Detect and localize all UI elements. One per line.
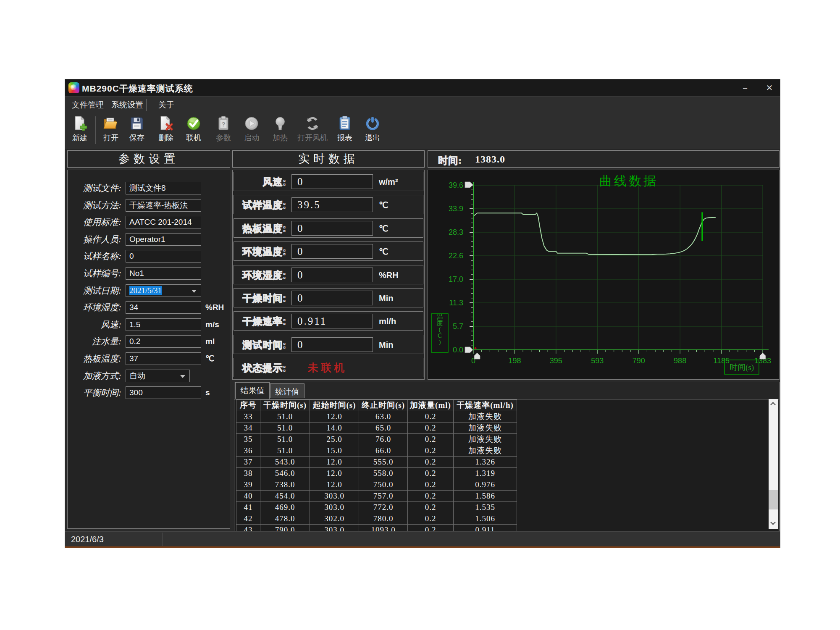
table-row[interactable]: 3351.012.063.00.2加液失败	[236, 411, 517, 423]
table-cell: 0.2	[408, 411, 454, 423]
toolbar-button-fan: 打开风机	[292, 115, 333, 148]
param-field-2[interactable]: 干燥速率-热板法	[126, 199, 201, 212]
param-row: 热板温度:37℃	[68, 352, 230, 365]
param-row: 注水量:0.2ml	[68, 335, 230, 348]
time-bar: 时间: 1383.0	[428, 150, 780, 168]
menu-bar: 文件管理系统设置关于	[65, 96, 780, 113]
toolbar-button-save[interactable]: 保存	[123, 115, 151, 148]
column-header[interactable]: 加液量(ml)	[408, 400, 454, 411]
realtime-unit: ℃	[379, 245, 388, 258]
param-field-1[interactable]: 测试文件8	[126, 182, 201, 194]
table-cell: 780.0	[359, 513, 408, 525]
param-field-3[interactable]: AATCC 201-2014	[126, 216, 201, 228]
svg-text:22.6: 22.6	[449, 252, 463, 260]
realtime-row: 试样温度:39.5℃	[234, 195, 423, 214]
realtime-row: 环境温度:0℃	[234, 242, 423, 261]
scroll-up-button[interactable]	[769, 399, 778, 409]
table-row[interactable]: 3651.015.066.00.2加液失败	[236, 445, 517, 457]
toolbar-label: 新建	[66, 133, 94, 143]
param-field-6[interactable]: No1	[126, 267, 201, 280]
toolbar-button-parameters: 参数	[209, 115, 238, 148]
param-field-10[interactable]: 0.2	[126, 335, 201, 348]
param-label: 风速:	[101, 318, 121, 331]
realtime-label: 环境温度:	[242, 245, 286, 258]
table-row[interactable]: 3551.025.076.00.2加液失败	[236, 434, 517, 445]
param-field-13[interactable]: 300	[126, 386, 201, 399]
table-cell: 1.326	[454, 457, 517, 468]
menu-item-2[interactable]: 系统设置	[111, 97, 143, 113]
toolbar-button-connect[interactable]: 联机	[179, 115, 208, 148]
open-folder-icon	[103, 116, 119, 131]
status-row: 状态提示:未联机	[234, 358, 423, 377]
param-field-11[interactable]: 37	[126, 352, 201, 365]
realtime-value-4: 0	[291, 244, 373, 259]
results-panel: 结果值统计值 序号干燥时间(s)起始时间(s)终止时间(s)加液量(ml)干燥速…	[234, 382, 780, 533]
vertical-scrollbar[interactable]	[769, 399, 778, 529]
table-row[interactable]: 43790.0303.01093.00.20.911	[236, 525, 517, 532]
column-header[interactable]: 干燥时间(s)	[260, 400, 310, 411]
app-icon	[68, 82, 79, 93]
realtime-unit: %RH	[379, 268, 399, 282]
svg-text:395: 395	[550, 357, 562, 365]
toolbar-button-report[interactable]: 报表	[331, 115, 359, 148]
table-row[interactable]: 3451.014.065.00.2加液失败	[236, 423, 517, 434]
table-cell: 51.0	[260, 411, 310, 423]
window-bottom-edge	[65, 546, 780, 548]
param-field-9[interactable]: 1.5	[126, 318, 201, 331]
toolbar-label: 启动	[237, 133, 266, 143]
menu-item-1[interactable]: 文件管理	[72, 97, 104, 113]
scroll-down-button[interactable]	[769, 519, 778, 529]
param-field-12[interactable]: 自动	[126, 370, 190, 382]
scrollbar-thumb[interactable]	[769, 490, 778, 509]
toolbar: 新建打开保存删除联机参数启动加热打开风机报表退出	[65, 113, 780, 150]
table-cell: 558.0	[359, 468, 408, 479]
toolbar-button-exit[interactable]: 退出	[358, 115, 387, 148]
menu-item-3[interactable]: 关于	[158, 97, 174, 113]
realtime-label: 风速:	[262, 175, 286, 189]
param-field-5[interactable]: 0	[126, 250, 201, 262]
table-row[interactable]: 40454.0303.0757.00.21.586	[236, 491, 517, 502]
table-cell: 51.0	[260, 445, 310, 457]
svg-text:790: 790	[633, 357, 645, 365]
minimize-button[interactable]: –	[736, 81, 754, 94]
toolbar-button-open-folder[interactable]: 打开	[97, 115, 125, 148]
results-table-head: 序号干燥时间(s)起始时间(s)终止时间(s)加液量(ml)干燥速率(ml/h)	[236, 400, 517, 411]
table-cell: 34	[236, 423, 260, 434]
param-field-8[interactable]: 34	[126, 301, 201, 314]
table-row[interactable]: 38546.012.0558.00.21.319	[236, 468, 517, 479]
dropdown-arrow-icon[interactable]	[192, 290, 197, 293]
app-window: MB290C干燥速率测试系统 – ✕ 文件管理系统设置关于 新建打开保存删除联机…	[65, 79, 780, 548]
toolbar-button-new-file[interactable]: 新建	[66, 115, 94, 148]
table-cell: 51.0	[260, 434, 310, 445]
param-field-7[interactable]: 2021/5/31	[126, 284, 201, 297]
table-row[interactable]: 39738.012.0750.00.20.976	[236, 479, 517, 491]
param-row: 操作人员:Operator1	[68, 233, 230, 246]
param-label: 试样编号:	[83, 267, 121, 280]
column-header[interactable]: 干燥速率(ml/h)	[454, 400, 517, 411]
table-cell: 76.0	[359, 434, 408, 445]
close-button[interactable]: ✕	[761, 81, 778, 94]
toolbar-label: 联机	[179, 133, 208, 143]
column-header[interactable]: 终止时间(s)	[359, 400, 408, 411]
realtime-value-7: 0.911	[291, 314, 373, 328]
table-cell: 302.0	[310, 513, 359, 525]
svg-text:593: 593	[591, 357, 604, 365]
tab-2[interactable]: 统计值	[270, 383, 304, 398]
param-label: 环境湿度:	[83, 301, 121, 314]
dropdown-arrow-icon[interactable]	[180, 375, 185, 378]
svg-text:11.3: 11.3	[449, 299, 463, 307]
svg-text:28.3: 28.3	[449, 228, 463, 236]
toolbar-button-delete[interactable]: 删除	[152, 115, 180, 148]
table-row[interactable]: 37543.012.0555.00.21.326	[236, 457, 517, 468]
realtime-label: 干燥时间:	[242, 291, 286, 305]
column-header[interactable]: 序号	[236, 400, 260, 411]
status-label: 状态提示:	[242, 361, 286, 375]
table-cell: 35	[236, 434, 260, 445]
tab-1[interactable]: 结果值	[235, 382, 270, 399]
param-field-4[interactable]: Operator1	[126, 233, 201, 246]
table-row[interactable]: 42478.0302.0780.00.21.506	[236, 513, 517, 525]
realtime-value-3: 0	[291, 221, 373, 236]
table-row[interactable]: 41469.0303.0772.00.21.535	[236, 502, 517, 513]
column-header[interactable]: 起始时间(s)	[310, 400, 359, 411]
realtime-label: 环境湿度:	[242, 268, 286, 282]
